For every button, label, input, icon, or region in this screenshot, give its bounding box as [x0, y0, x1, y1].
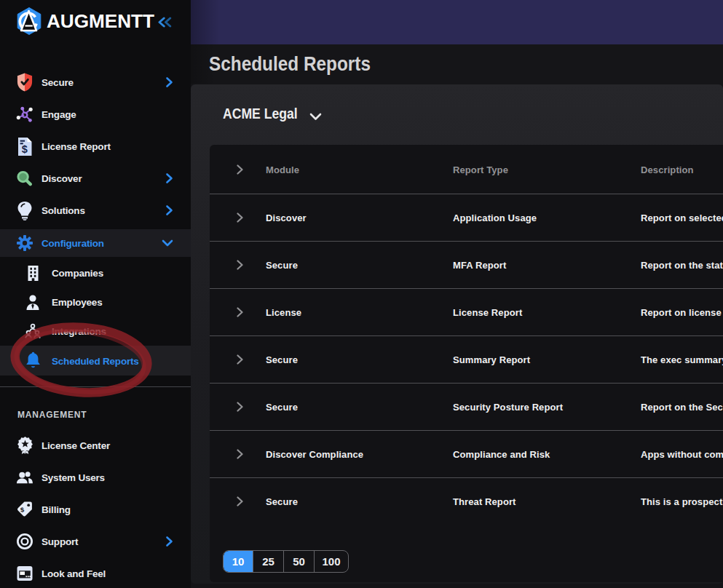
- svg-text:AUGMENTT: AUGMENTT: [47, 12, 154, 31]
- svg-text:$: $: [22, 143, 28, 155]
